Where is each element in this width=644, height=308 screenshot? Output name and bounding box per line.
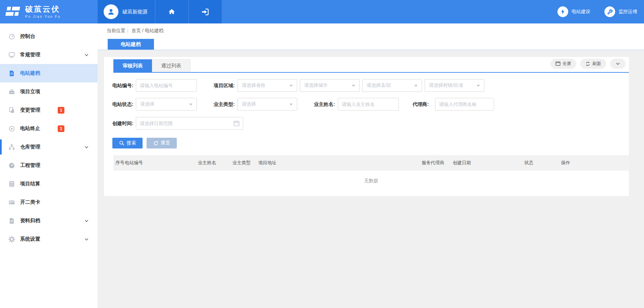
sidebar-item-dashboard[interactable]: 控制台 (0, 27, 98, 46)
county-placeholder: 请选择县/区 (367, 82, 391, 88)
avatar (104, 4, 118, 19)
logout-button[interactable] (189, 0, 222, 23)
content: 审核列表 通过列表 全屏 (98, 50, 644, 196)
notification-badge: 1 (58, 107, 64, 114)
sidebar-item-station-termination[interactable]: 电站终止 1 (0, 119, 98, 138)
breadcrumb-home[interactable]: 首页 (131, 28, 141, 33)
chevron-down-icon (84, 237, 89, 242)
sidebar-item-label: 项目立项 (20, 88, 89, 95)
town-select[interactable]: 请选择村镇/街道 (425, 79, 484, 92)
city-placeholder: 请选择城市 (304, 82, 328, 88)
created-time-label: 创建时间: (112, 117, 133, 130)
sidebar-item-change-management[interactable]: 变更管理 1 (0, 101, 98, 119)
col-index: 序号 (113, 160, 125, 166)
sidebar-item-label: 电站建档 (20, 70, 89, 76)
briefcase-icon (8, 88, 15, 95)
sidebar-item-project-initiation[interactable]: 项目立项 (0, 82, 98, 101)
agent-label: 代理商: (413, 98, 429, 111)
fullscreen-button[interactable]: 全屏 (550, 59, 576, 69)
sidebar: 控制台 常规管理 电站建档 (0, 23, 98, 308)
reset-button[interactable]: 重置 (147, 138, 177, 148)
sidebar-item-label: 开二类卡 (20, 199, 89, 205)
sidebar-item-label: 仓库管理 (20, 144, 84, 150)
document-icon (8, 70, 15, 77)
fullscreen-label: 全屏 (562, 61, 571, 67)
owner-name-input[interactable] (338, 98, 399, 111)
station-no-input[interactable] (136, 79, 197, 92)
sidebar-item-engineering-management[interactable]: 工程管理 (0, 156, 98, 175)
panel: 审核列表 通过列表 全屏 (104, 57, 629, 196)
data-table: 序号 电站编号 业主姓名 业主类型 项目地址 服务代理商 创建日期 状态 操作 … (113, 155, 629, 191)
tab-review-list[interactable]: 审核列表 (113, 59, 152, 72)
sign-in-arrow-icon (201, 7, 210, 16)
province-select[interactable]: 请选择省份 (237, 79, 297, 92)
col-owner-name: 业主姓名 (198, 160, 232, 166)
region-label: 项目区域: (214, 79, 235, 92)
header-nav-section: 破茧新能源 (98, 0, 222, 23)
brand: 破茧云伏 Po Jian Yun Fu (25, 5, 61, 18)
caret-down-icon (352, 85, 355, 88)
breadcrumb-separator: / (142, 28, 145, 33)
calculator-icon (8, 181, 15, 187)
window-icon (555, 61, 560, 66)
sidebar-item-system-settings[interactable]: 系统设置 (0, 230, 98, 248)
collapse-button[interactable] (610, 59, 626, 69)
town-placeholder: 请选择村镇/街道 (429, 82, 463, 88)
speedometer-icon (8, 162, 15, 169)
breadcrumb: 当前位置： 首页 / 电站建档 (107, 28, 164, 34)
sidebar-item-label: 资料归档 (20, 218, 84, 224)
wrench-icon (604, 6, 615, 17)
brand-tagline: Po Jian Yun Fu (25, 14, 61, 18)
chevron-down-icon (84, 145, 89, 149)
caret-down-icon (189, 104, 193, 107)
caret-down-icon (289, 85, 293, 88)
page-tab-station-archive[interactable]: 电站建档 (108, 39, 154, 50)
county-select[interactable]: 请选择县/区 (362, 79, 422, 92)
sidebar-item-label: 常规管理 (20, 52, 84, 58)
top-header: 破茧云伏 Po Jian Yun Fu 破茧新能源 (0, 0, 644, 23)
breadcrumb-prefix: 当前位置： (107, 28, 130, 33)
search-icon (119, 140, 124, 146)
col-station-no: 电站编号 (125, 160, 198, 166)
col-created-date: 创建日期 (453, 160, 524, 166)
date-range-input[interactable] (136, 117, 243, 130)
user-menu[interactable]: 破茧新能源 (98, 0, 155, 23)
sidebar-item-station-archive[interactable]: 电站建档 (0, 64, 98, 82)
sidebar-item-warehouse-management[interactable]: 仓库管理 (0, 138, 98, 156)
filter-row-1: 电站编号: 项目区域: 请选择省份 请选择城市 请选择县/区 请选择村镇/街道 (104, 79, 629, 92)
chevron-down-icon (84, 219, 89, 223)
sidebar-item-card-opening[interactable]: 开二类卡 (0, 193, 98, 211)
caret-down-icon (414, 85, 418, 88)
tab-passed-list[interactable]: 通过列表 (152, 59, 191, 72)
notification-badge: 1 (58, 125, 64, 132)
calendar-icon[interactable] (233, 120, 240, 127)
home-button[interactable] (155, 0, 189, 23)
sidebar-item-label: 变更管理 (20, 107, 58, 113)
monitor-icon (8, 52, 15, 58)
sidebar-item-general-management[interactable]: 常规管理 (0, 46, 98, 64)
owner-type-select[interactable]: 请选择 (237, 98, 297, 111)
caret-down-icon (477, 85, 480, 88)
search-button[interactable]: 搜索 (112, 138, 143, 148)
col-actions: 操作 (561, 160, 629, 166)
module-monitor-ops[interactable]: 监控运维 (604, 6, 637, 17)
owner-name-label: 业主姓名: (314, 98, 335, 111)
reset-label: 重置 (161, 140, 170, 146)
agent-input[interactable] (435, 98, 494, 111)
sidebar-item-label: 工程管理 (20, 162, 89, 169)
logo-area[interactable]: 破茧云伏 Po Jian Yun Fu (0, 0, 98, 23)
empty-state: 无数据 (113, 171, 629, 191)
module-station-build[interactable]: 电站建设 (557, 6, 590, 17)
station-status-select[interactable]: 请选择 (136, 98, 197, 111)
breadcrumb-current: 电站建档 (145, 28, 164, 33)
sidebar-item-data-archive[interactable]: 资料归档 (0, 211, 98, 230)
reset-icon (153, 140, 159, 146)
sidebar-item-project-settlement[interactable]: 项目结算 (0, 175, 98, 193)
module-label: 监控运维 (619, 9, 637, 15)
filter-row-3: 创建时间: (104, 117, 629, 130)
city-select[interactable]: 请选择城市 (300, 79, 360, 92)
refresh-button[interactable]: 刷新 (580, 59, 606, 69)
date-range-field (136, 117, 243, 130)
chevron-down-icon (84, 53, 89, 57)
station-no-label: 电站编号: (112, 79, 133, 92)
